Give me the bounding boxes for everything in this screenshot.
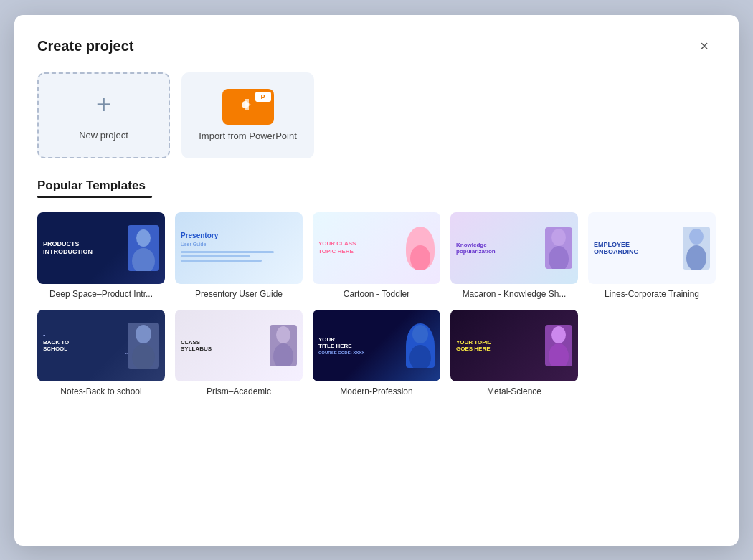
template-thumb-lines: EMPLOYEEONBOARDING bbox=[588, 212, 716, 284]
svg-point-17 bbox=[549, 343, 569, 366]
template-label-notes: Notes-Back to school bbox=[37, 386, 165, 398]
dialog-header: Create project × bbox=[37, 35, 716, 58]
svg-point-7 bbox=[549, 246, 569, 269]
template-thumb-modern: YOURTITLE HERECOURSE CODE: XXXX bbox=[313, 310, 440, 381]
avatar-macaron bbox=[545, 227, 572, 269]
template-thumb-presentory: Presentory User Guide bbox=[175, 212, 303, 284]
top-actions: + New project P Import from PowerPoint bbox=[37, 72, 716, 158]
avatar-cartoon bbox=[406, 227, 435, 270]
import-powerpoint-card[interactable]: P Import from PowerPoint bbox=[181, 72, 314, 158]
template-label-deep-space: Deep Space–Product Intr... bbox=[37, 289, 165, 300]
template-label-macaron: Macaron - Knowledge Sh... bbox=[450, 289, 578, 300]
ppt-badge: P bbox=[255, 92, 271, 102]
template-label-cartoon: Cartoon - Toddler bbox=[313, 289, 440, 300]
template-macaron[interactable]: Knowledgepopularization Macaron - Knowle… bbox=[450, 212, 578, 300]
svg-point-2 bbox=[136, 229, 151, 247]
template-metal[interactable]: YOUR TOPICGOES HERE Metal-Science bbox=[450, 310, 578, 398]
avatar-notes bbox=[128, 323, 159, 369]
template-prism[interactable]: CLASSSYLLABUS Prism–Academic bbox=[175, 310, 303, 398]
template-notes[interactable]: " BACK TOSCHOOL " Notes-Back to school bbox=[37, 310, 165, 398]
template-thumb-notes: " BACK TOSCHOOL " bbox=[37, 310, 165, 381]
svg-point-10 bbox=[136, 325, 151, 343]
template-lines[interactable]: EMPLOYEEONBOARDING Lines-Corporate Train… bbox=[588, 212, 716, 300]
svg-point-14 bbox=[412, 325, 428, 343]
import-label: Import from PowerPoint bbox=[199, 130, 297, 141]
section-title: Popular Templates bbox=[37, 179, 716, 193]
import-card-inner: P Import from PowerPoint bbox=[181, 72, 314, 158]
template-deep-space[interactable]: PRODUCTSINTRODUCTION Deep Space–Product … bbox=[37, 212, 165, 300]
svg-point-13 bbox=[273, 343, 293, 366]
avatar-modern bbox=[406, 323, 435, 368]
template-thumb-prism: CLASSSYLLABUS bbox=[175, 310, 303, 381]
svg-point-5 bbox=[410, 245, 430, 270]
svg-point-8 bbox=[689, 229, 704, 245]
template-label-prism: Prism–Academic bbox=[175, 386, 303, 398]
template-presentory[interactable]: Presentory User Guide Presentory User Gu… bbox=[175, 212, 303, 300]
template-label-presentory: Presentory User Guide bbox=[175, 289, 303, 300]
svg-point-11 bbox=[132, 344, 155, 369]
avatar-prism bbox=[270, 325, 297, 366]
template-thumb-deep-space: PRODUCTSINTRODUCTION bbox=[37, 212, 165, 284]
popular-templates-section: Popular Templates PRODUCTSINTRODUCTION bbox=[37, 179, 716, 398]
template-modern[interactable]: YOURTITLE HERECOURSE CODE: XXXX Modern-P… bbox=[313, 310, 440, 398]
svg-point-15 bbox=[409, 345, 431, 368]
template-label-modern: Modern-Profession bbox=[313, 386, 440, 398]
new-project-label: New project bbox=[79, 130, 128, 141]
template-thumb-metal: YOUR TOPICGOES HERE bbox=[450, 310, 578, 381]
svg-point-6 bbox=[551, 229, 566, 246]
plus-icon: + bbox=[96, 90, 111, 120]
new-project-card[interactable]: + New project bbox=[37, 72, 170, 158]
create-project-dialog: Create project × + New project P bbox=[14, 15, 739, 546]
template-label-metal: Metal-Science bbox=[450, 386, 578, 398]
svg-point-16 bbox=[551, 326, 566, 343]
template-thumb-macaron: Knowledgepopularization bbox=[450, 212, 578, 284]
close-button[interactable]: × bbox=[693, 35, 716, 58]
template-thumb-cartoon: YOUR CLASSTOPIC HERE bbox=[313, 212, 440, 284]
import-icon-box: P bbox=[222, 89, 274, 125]
svg-point-3 bbox=[132, 248, 155, 271]
template-cartoon[interactable]: YOUR CLASSTOPIC HERE Cartoon - Toddler bbox=[313, 212, 440, 300]
svg-point-12 bbox=[276, 326, 290, 343]
avatar-metal bbox=[545, 325, 572, 366]
template-label-lines: Lines-Corporate Training bbox=[588, 289, 716, 300]
avatar-deep-space bbox=[128, 225, 159, 271]
dialog-title: Create project bbox=[37, 38, 134, 54]
avatar-lines bbox=[683, 227, 710, 270]
templates-row1: PRODUCTSINTRODUCTION Deep Space–Product … bbox=[37, 212, 716, 300]
templates-row2: " BACK TOSCHOOL " Notes-Back to school bbox=[37, 310, 716, 398]
section-underline bbox=[37, 196, 152, 198]
svg-point-4 bbox=[412, 228, 428, 245]
svg-point-9 bbox=[686, 245, 706, 270]
